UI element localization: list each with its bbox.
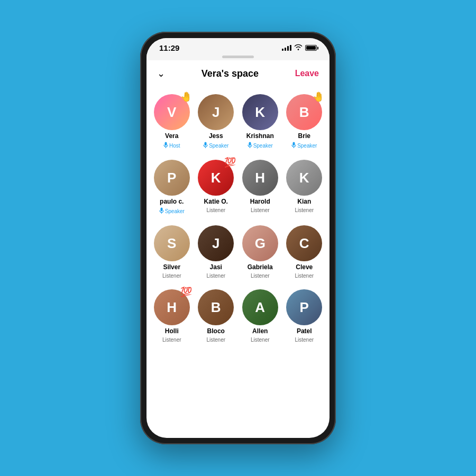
mic-icon-brie <box>291 142 296 149</box>
participant-name-paulo: paulo c. <box>160 198 184 205</box>
avatar-badge-vera: 🤚 <box>180 92 192 102</box>
role-text-krishnan: Speaker <box>253 143 273 149</box>
participant-name-jess: Jess <box>209 132 223 140</box>
participant-role-katie: Listener <box>206 207 225 213</box>
avatar-wrapper-kian: K <box>286 160 322 196</box>
avatar-harold: H <box>242 160 278 196</box>
mic-icon-jess <box>203 142 208 149</box>
avatar-wrapper-jess: J <box>198 94 234 130</box>
participant-item-holli[interactable]: H💯HolliListener <box>151 286 193 346</box>
participant-name-silver: Silver <box>163 263 180 271</box>
participant-item-katie[interactable]: K💯Katie O.Listener <box>195 157 237 218</box>
avatar-wrapper-cleve: C <box>286 225 322 261</box>
participant-role-paulo: Speaker <box>159 207 185 215</box>
avatar-wrapper-holli: H💯 <box>154 289 190 325</box>
avatar-kian: K <box>286 160 322 196</box>
avatar-wrapper-jasi: J <box>198 225 234 261</box>
role-text-jess: Speaker <box>209 143 228 149</box>
leave-button[interactable]: Leave <box>295 69 319 78</box>
mic-icon-paulo <box>159 207 164 215</box>
avatar-wrapper-silver: S <box>154 225 190 261</box>
wifi-icon <box>294 44 303 52</box>
participant-name-vera: Vera <box>165 132 178 140</box>
app-header: ⌄ Vera's space Leave <box>147 60 329 86</box>
participant-item-brie[interactable]: B🤚Brie Speaker <box>283 91 326 152</box>
svg-rect-0 <box>164 142 167 146</box>
participant-item-allen[interactable]: AAllenListener <box>239 286 281 346</box>
participant-role-harold: Listener <box>251 207 270 213</box>
avatar-allen: A <box>242 289 278 325</box>
avatar-wrapper-brie: B🤚 <box>286 94 322 130</box>
role-text-bloco: Listener <box>206 337 225 343</box>
avatar-gabriela: G <box>242 225 278 261</box>
phone-screen: 11:29 <box>147 38 329 438</box>
role-text-cleve: Listener <box>295 273 314 279</box>
participant-item-harold[interactable]: HHaroldListener <box>239 157 281 218</box>
avatar-krishnan: K <box>242 94 278 130</box>
participant-item-cleve[interactable]: CCleveListener <box>283 222 326 282</box>
role-text-gabriela: Listener <box>251 273 270 279</box>
participant-role-bloco: Listener <box>206 337 225 343</box>
participant-name-brie: Brie <box>298 132 310 140</box>
participant-name-katie: Katie O. <box>204 198 228 205</box>
role-text-paulo: Speaker <box>165 208 185 214</box>
participant-name-patel: Patel <box>297 327 312 335</box>
avatar-wrapper-paulo: P <box>154 160 190 196</box>
role-text-kian: Listener <box>295 207 314 213</box>
chevron-down-icon[interactable]: ⌄ <box>157 68 165 79</box>
avatar-badge-holli: 💯 <box>180 287 192 297</box>
participant-role-jasi: Listener <box>206 273 225 279</box>
participant-item-jasi[interactable]: JJasiListener <box>195 222 237 282</box>
svg-rect-4 <box>249 142 251 146</box>
status-icons <box>282 44 317 52</box>
participant-role-cleve: Listener <box>295 273 314 279</box>
signal-icon <box>282 45 291 51</box>
space-title: Vera's space <box>202 68 259 79</box>
avatar-cleve: C <box>286 225 322 261</box>
participant-role-patel: Listener <box>295 337 314 343</box>
avatar-paulo: P <box>154 160 190 196</box>
participants-grid: V🤚Vera HostJJess SpeakerKKrishnan Speake… <box>151 91 325 346</box>
role-text-allen: Listener <box>251 337 270 343</box>
avatar-jasi: J <box>198 225 234 261</box>
avatar-wrapper-gabriela: G <box>242 225 278 261</box>
avatar-patel: P <box>286 289 322 325</box>
mic-icon-krishnan <box>248 142 252 149</box>
svg-rect-8 <box>160 208 162 212</box>
participant-item-paulo[interactable]: Ppaulo c. Speaker <box>151 157 193 218</box>
role-text-silver: Listener <box>162 273 181 279</box>
participant-role-holli: Listener <box>162 337 181 343</box>
participant-item-gabriela[interactable]: GGabrielaListener <box>239 222 281 282</box>
battery-icon <box>305 45 317 51</box>
participant-name-krishnan: Krishnan <box>246 132 274 140</box>
avatar-wrapper-patel: P <box>286 289 322 325</box>
avatar-wrapper-bloco: B <box>198 289 234 325</box>
participant-role-silver: Listener <box>162 273 181 279</box>
role-text-katie: Listener <box>206 207 225 213</box>
participant-name-bloco: Bloco <box>207 327 225 335</box>
participant-name-gabriela: Gabriela <box>248 263 273 271</box>
role-text-vera: Host <box>169 143 180 149</box>
participant-item-kian[interactable]: KKianListener <box>283 157 326 218</box>
participant-item-bloco[interactable]: BBlocoListener <box>195 286 237 346</box>
avatar-silver: S <box>154 225 190 261</box>
participant-item-silver[interactable]: SSilverListener <box>151 222 193 282</box>
status-time: 11:29 <box>159 43 179 52</box>
role-text-brie: Speaker <box>297 143 317 149</box>
avatar-wrapper-allen: A <box>242 289 278 325</box>
notch-area <box>147 56 329 60</box>
svg-rect-2 <box>205 142 207 146</box>
participant-item-jess[interactable]: JJess Speaker <box>195 91 237 152</box>
participant-item-patel[interactable]: PPatelListener <box>283 286 326 346</box>
participant-name-kian: Kian <box>297 198 311 205</box>
participant-item-krishnan[interactable]: KKrishnan Speaker <box>239 91 281 152</box>
participant-name-holli: Holli <box>165 327 179 335</box>
avatar-wrapper-harold: H <box>242 160 278 196</box>
participant-name-harold: Harold <box>250 198 270 205</box>
participant-role-brie: Speaker <box>291 142 317 149</box>
participant-role-allen: Listener <box>251 337 270 343</box>
participant-item-vera[interactable]: V🤚Vera Host <box>151 91 193 152</box>
role-text-patel: Listener <box>295 337 314 343</box>
participants-scroll[interactable]: V🤚Vera HostJJess SpeakerKKrishnan Speake… <box>147 86 329 438</box>
participant-name-cleve: Cleve <box>296 263 313 271</box>
